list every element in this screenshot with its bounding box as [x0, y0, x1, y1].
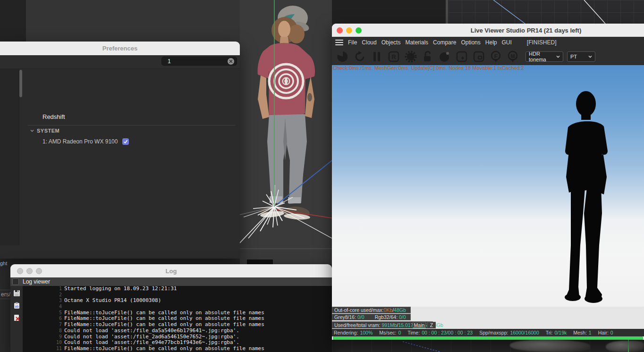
menu-options[interactable]: Options: [461, 39, 480, 46]
render-status-bar: Rendering:100% Ms/sec:0 Time:00 : 00 : 2…: [332, 329, 644, 336]
live-viewer-titlebar[interactable]: Live Viewer Studio PR14 (21 days left): [332, 24, 644, 37]
gpu-device-checkbox[interactable]: [122, 138, 129, 145]
render-ball-icon[interactable]: [439, 50, 451, 63]
check-icon: [123, 139, 128, 144]
octane-fan-icon[interactable]: [337, 50, 349, 63]
menu-help[interactable]: Help: [485, 39, 497, 46]
log-content[interactable]: 1Started logging on 18.09.23 12:21:31 2 …: [23, 286, 332, 352]
system-group-label: SYSTEM: [37, 128, 59, 134]
out-of-core-stat: Out-of-core used/max:0Kb/48Gb: [332, 307, 411, 313]
restart-render-icon[interactable]: [354, 50, 366, 63]
search-input[interactable]: [161, 57, 237, 66]
close-button[interactable]: [337, 27, 343, 34]
live-viewer-title: Live Viewer Studio PR14 (21 days left): [471, 27, 582, 34]
hamburger-menu-icon[interactable]: [335, 40, 343, 45]
settings-gear-icon[interactable]: [405, 50, 417, 63]
log-viewer-tab[interactable]: Log viewer: [23, 278, 50, 285]
menu-objects[interactable]: Objects: [381, 39, 401, 46]
preferences-title: Preferences: [102, 45, 137, 52]
chevron-down-icon: [556, 55, 560, 59]
preferences-sidebar[interactable]: [0, 68, 19, 245]
system-group-header[interactable]: SYSTEM: [30, 128, 59, 134]
log-line: Could not load 'asset:/file_e94e77bcb1f9…: [64, 340, 239, 346]
character-model: [240, 0, 332, 264]
menu-materials[interactable]: Materials: [405, 39, 428, 46]
log-title: Log: [10, 268, 332, 275]
log-line: FileName::toJuceFile() can be called onl…: [64, 346, 264, 352]
tab-z[interactable]: Z: [427, 322, 436, 328]
minimize-button[interactable]: [346, 27, 352, 34]
log-viewer-checkbox[interactable]: [12, 278, 19, 285]
render-silhouette-figure: [555, 90, 619, 304]
save-log-icon[interactable]: [13, 290, 20, 297]
log-titlebar[interactable]: Log: [10, 264, 332, 277]
region-render-icon[interactable]: R: [388, 50, 400, 63]
gpu-device-label: 1: AMD Radeon Pro WX 9100: [42, 138, 118, 145]
copy-log-icon[interactable]: ab: [13, 302, 20, 309]
log-line: Started logging on 18.09.23 12:21:31: [64, 286, 177, 292]
svg-text:R: R: [391, 53, 396, 60]
svg-text:ab: ab: [15, 305, 18, 308]
menu-compare[interactable]: Compare: [433, 39, 456, 46]
svg-text:M: M: [510, 53, 515, 59]
sub-window-icon[interactable]: [473, 50, 485, 63]
background-viewport-bottom: [332, 340, 644, 352]
chevron-down-icon: [588, 55, 592, 59]
channels-stat: Grey8/16: 0/0Rgb32/64: 0/0: [332, 314, 411, 320]
material-pin-icon[interactable]: M: [507, 50, 519, 63]
live-viewer-toolbar: R: [332, 48, 644, 65]
log-window: Log Log viewer ab 1Started lo: [10, 264, 332, 352]
log-line: Octane X Studio PR14 (10000308): [64, 298, 161, 304]
viewport-green-line: [628, 340, 629, 352]
render-progress-bar: [333, 336, 643, 340]
clipped-label: ght: [0, 260, 7, 266]
zoom-button[interactable]: [356, 27, 362, 34]
sidebar-scrollbar[interactable]: [19, 70, 22, 97]
add-viewport-icon[interactable]: [456, 50, 468, 63]
log-toolbar: ab: [10, 286, 23, 352]
render-debug-overlay: Check:0ms./1ms. MeshGen:0ms. Update[C]:0…: [333, 65, 524, 71]
tonemap-dropdown-value: HDR tonema: [529, 51, 556, 62]
kernel-dropdown-value: PT: [570, 54, 577, 59]
log-tab-bar: Log viewer: [10, 277, 332, 286]
preferences-window: Preferences Redshift SYSTEM 1: AMD Radeo…: [0, 42, 240, 259]
clear-log-icon[interactable]: [13, 314, 20, 321]
log-line: FileName::toJuceFile() can be called onl…: [64, 322, 264, 328]
preferences-titlebar[interactable]: Preferences: [0, 42, 240, 55]
svg-text:F: F: [494, 53, 498, 59]
render-view[interactable]: Check:0ms./1ms. MeshGen:0ms. Update[C]:0…: [332, 65, 644, 307]
menu-file[interactable]: File: [348, 39, 357, 46]
grid-viewport-lines: [449, 0, 644, 24]
menu-cloud[interactable]: Cloud: [362, 39, 376, 46]
log-line: Could not load 'asset:/file_da5a540e6b17…: [64, 328, 239, 334]
pause-render-icon[interactable]: [371, 50, 383, 63]
render-progress-fill: [333, 336, 643, 340]
live-viewer-window: Live Viewer Studio PR14 (21 days left) F…: [332, 24, 644, 340]
kernel-dropdown[interactable]: PT: [567, 51, 595, 62]
tab-main[interactable]: Main: [413, 322, 426, 328]
divider: [27, 125, 235, 126]
render-status-label: [FINISHED]: [527, 39, 557, 46]
menu-gui[interactable]: GUI: [501, 39, 511, 46]
gpu-device-row: 1: AMD Radeon Pro WX 9100: [42, 138, 129, 145]
lock-icon[interactable]: [422, 50, 434, 63]
grid-viewport[interactable]: [449, 0, 644, 24]
clear-search-icon[interactable]: [228, 58, 234, 65]
focus-pin-icon[interactable]: F: [490, 50, 502, 63]
live-viewer-menubar: File Cloud Objects Materials Compare Opt…: [332, 37, 644, 49]
viewport-divider[interactable]: [446, 0, 448, 24]
desktop: ght: [0, 0, 644, 352]
tonemap-dropdown[interactable]: HDR tonema: [525, 51, 563, 62]
c4d-viewport[interactable]: [240, 0, 332, 264]
chevron-down-icon: [30, 129, 34, 133]
background-top-middle: [332, 0, 449, 24]
section-title: Redshift: [42, 113, 65, 120]
